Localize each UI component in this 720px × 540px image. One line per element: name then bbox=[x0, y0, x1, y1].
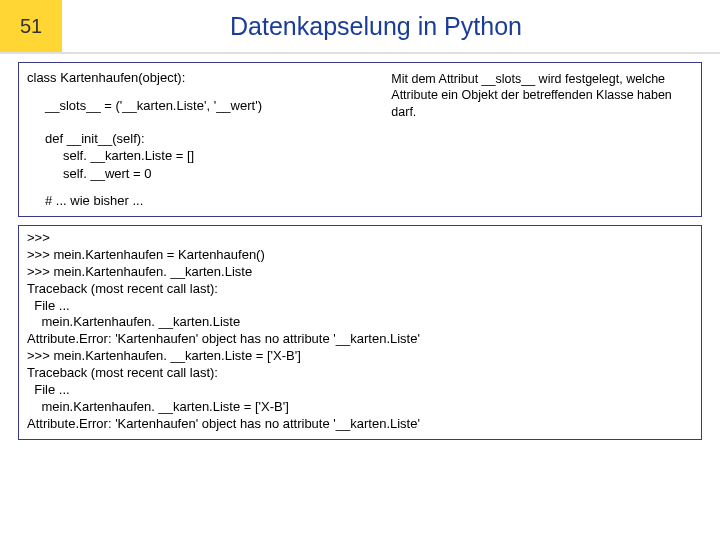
slide-number: 51 bbox=[0, 0, 62, 52]
console-line: >>> mein.Kartenhaufen. __karten.Liste = … bbox=[27, 348, 693, 365]
console-line: File ... bbox=[27, 382, 693, 399]
console-line: >>> mein.Kartenhaufen. __karten.Liste bbox=[27, 264, 693, 281]
slide-header: 51 Datenkapselung in Python bbox=[0, 0, 720, 54]
code-box-top-row: class Kartenhaufen(object): __slots__ = … bbox=[27, 69, 693, 120]
console-line: Attribute.Error: 'Kartenhaufen' object h… bbox=[27, 416, 693, 433]
code-line: class Kartenhaufen(object): bbox=[27, 69, 373, 87]
console-line: File ... bbox=[27, 298, 693, 315]
console-line: Traceback (most recent call last): bbox=[27, 365, 693, 382]
code-line: __slots__ = ('__karten.Liste', '__wert') bbox=[27, 97, 373, 115]
console-box: >>> >>> mein.Kartenhaufen = Kartenhaufen… bbox=[18, 225, 702, 440]
slide-title: Datenkapselung in Python bbox=[62, 12, 720, 41]
console-line: >>> mein.Kartenhaufen = Kartenhaufen() bbox=[27, 247, 693, 264]
code-snippet-top: class Kartenhaufen(object): __slots__ = … bbox=[27, 69, 373, 120]
annotation-text: Mit dem Attribut __slots__ wird festgele… bbox=[391, 69, 693, 120]
console-line: mein.Kartenhaufen. __karten.Liste bbox=[27, 314, 693, 331]
console-line: Attribute.Error: 'Kartenhaufen' object h… bbox=[27, 331, 693, 348]
code-line: self. __karten.Liste = [] bbox=[27, 147, 693, 165]
code-line: def __init__(self): bbox=[27, 130, 693, 148]
code-line: # ... wie bisher ... bbox=[27, 192, 693, 210]
code-line: self. __wert = 0 bbox=[27, 165, 693, 183]
console-line: Traceback (most recent call last): bbox=[27, 281, 693, 298]
console-line: mein.Kartenhaufen. __karten.Liste = ['X-… bbox=[27, 399, 693, 416]
slide-content: class Kartenhaufen(object): __slots__ = … bbox=[0, 54, 720, 440]
code-box: class Kartenhaufen(object): __slots__ = … bbox=[18, 62, 702, 217]
console-line: >>> bbox=[27, 230, 693, 247]
